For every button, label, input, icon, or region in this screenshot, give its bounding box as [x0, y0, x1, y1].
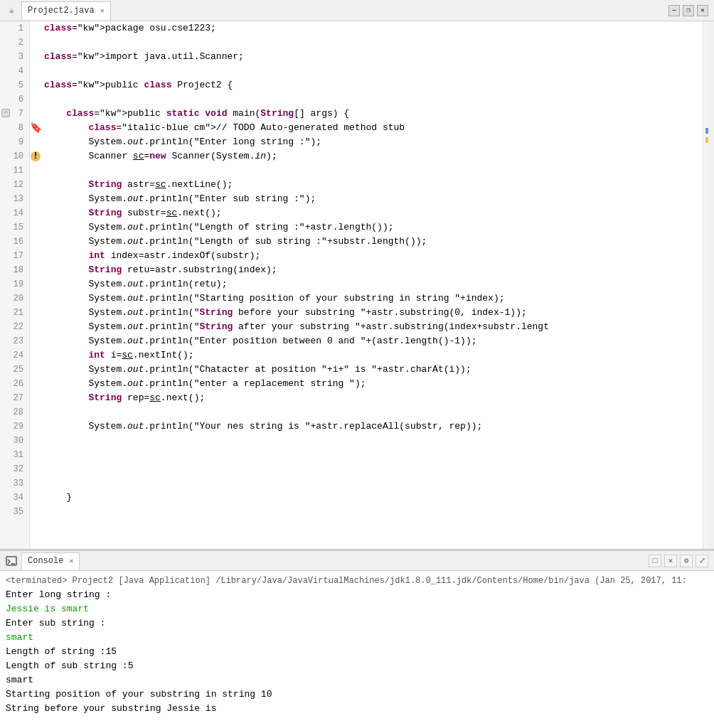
line-number-27: 27 [0, 391, 29, 405]
line-number-29: 29 [0, 419, 29, 434]
console-expand-btn[interactable]: ⤢ [696, 555, 708, 567]
code-line-17: int index=astr.indexOf(substr); [44, 249, 700, 263]
right-gutter [703, 21, 714, 549]
line-number-8: 8 [0, 121, 29, 135]
code-line-25: System.out.println("Chatacter at positio… [44, 363, 700, 377]
line-number-20: 20 [0, 291, 29, 306]
line-number-21: 21 [0, 306, 29, 320]
line-number-14: 14 [0, 206, 29, 220]
code-area[interactable]: class="kw">package osu.cse1223; class="k… [41, 21, 703, 549]
code-line-4 [44, 64, 700, 78]
code-line-31 [44, 448, 700, 462]
code-line-3: class="kw">import java.util.Scanner; [44, 50, 700, 64]
code-line-20: System.out.println("Starting position of… [44, 291, 700, 306]
line-number-16: 16 [0, 235, 29, 249]
console-actions: □ ✕ ⚙ ⤢ [649, 555, 708, 567]
line-number-23: 23 [0, 334, 29, 348]
code-line-22: System.out.println("String after your su… [44, 320, 700, 334]
code-line-7: class="kw">public static void main(Strin… [44, 107, 700, 121]
console-output-line-5: Length of sub string :5 [6, 659, 708, 673]
code-line-29: System.out.println("Your nes string is "… [44, 419, 700, 434]
code-line-34: } [44, 491, 700, 505]
line-number-2: 2 [0, 36, 29, 50]
console-area: Console ✕ □ ✕ ⚙ ⤢ <terminated> Project2 … [0, 550, 714, 728]
console-terminated-line: <terminated> Project2 [Java Application]… [6, 574, 708, 588]
line-number-17: 17 [0, 249, 29, 263]
code-line-16: System.out.println("Length of sub string… [44, 235, 700, 249]
code-line-24: int i=sc.nextInt(); [44, 348, 700, 363]
title-bar: ☕ Project2.java ✕ — ❐ ✕ [0, 0, 714, 21]
console-content: <terminated> Project2 [Java Application]… [0, 571, 714, 728]
code-line-26: System.out.println("enter a replacement … [44, 377, 700, 391]
console-output-line-8: String before your substring Jessie is [6, 702, 708, 716]
line-number-5: 5 [0, 78, 29, 92]
console-tab[interactable]: Console ✕ [21, 552, 80, 569]
code-line-9: System.out.println("Enter long string :"… [44, 135, 700, 149]
code-line-6 [44, 92, 700, 107]
code-line-33 [44, 476, 700, 491]
line-number-34: 34 [0, 491, 29, 505]
tab-close-icon[interactable]: ✕ [100, 6, 105, 15]
line-number-1: 1 [0, 21, 29, 36]
console-terminate-btn[interactable]: ✕ [664, 555, 677, 567]
console-tab-label: Console [28, 556, 63, 566]
line-number-33: 33 [0, 476, 29, 491]
tab-filename: Project2.java [28, 6, 95, 16]
line-number-12: 12 [0, 178, 29, 192]
code-line-8: class="italic-blue cm">// TODO Auto-gene… [44, 121, 700, 135]
line-number-31: 31 [0, 448, 29, 462]
code-line-28 [44, 405, 700, 419]
console-minimize-btn[interactable]: □ [649, 555, 661, 567]
code-line-5: class="kw">public class Project2 { [44, 78, 700, 92]
code-line-1: class="kw">package osu.cse1223; [44, 21, 700, 36]
code-line-27: String rep=sc.next(); [44, 391, 700, 405]
code-line-30 [44, 434, 700, 448]
console-output-line-0: Enter long string : [6, 588, 708, 602]
line-number-26: 26 [0, 377, 29, 391]
warning-icon: ! [31, 151, 41, 161]
line-number-6: 6 [0, 92, 29, 107]
line-number-18: 18 [0, 263, 29, 277]
bookmark-icon: 🔖 [30, 121, 42, 135]
code-line-14: String substr=sc.next(); [44, 206, 700, 220]
editor-tab[interactable]: Project2.java ✕ [21, 1, 111, 20]
code-line-13: System.out.println("Enter sub string :")… [44, 192, 700, 206]
line-number-22: 22 [0, 320, 29, 334]
restore-button[interactable]: ❐ [683, 5, 694, 16]
line-numbers: 123456−789101112131415161718192021222324… [0, 21, 30, 549]
console-output-line-1: Jessie is smart [6, 602, 708, 616]
code-line-19: System.out.println(retu); [44, 277, 700, 291]
code-line-12: String astr=sc.nextLine(); [44, 178, 700, 192]
code-line-32 [44, 462, 700, 476]
console-debug-btn[interactable]: ⚙ [680, 555, 693, 567]
line-number-15: 15 [0, 220, 29, 235]
console-tab-close[interactable]: ✕ [69, 557, 73, 565]
java-file-icon: ☕ [6, 5, 17, 16]
window-controls: — ❐ ✕ [668, 5, 708, 16]
code-line-18: String retu=astr.substring(index); [44, 263, 700, 277]
console-output-line-7: Starting position of your substring in s… [6, 687, 708, 702]
line-number-11: 11 [0, 164, 29, 178]
line-number-9: 9 [0, 135, 29, 149]
line-number-28: 28 [0, 405, 29, 419]
line-number-3: 3 [0, 50, 29, 64]
line-number-25: 25 [0, 363, 29, 377]
code-line-2 [44, 36, 700, 50]
code-line-23: System.out.println("Enter position betwe… [44, 334, 700, 348]
console-output-line-2: Enter sub string : [6, 616, 708, 631]
line-number-13: 13 [0, 192, 29, 206]
code-line-11 [44, 164, 700, 178]
code-line-35 [44, 505, 700, 519]
editor-gutter: 🔖! [30, 21, 41, 549]
console-output-line-3: smart [6, 631, 708, 645]
code-line-21: System.out.println("String before your s… [44, 306, 700, 320]
line-number-4: 4 [0, 64, 29, 78]
line-number-32: 32 [0, 462, 29, 476]
line-number-7: −7 [0, 107, 29, 121]
close-button[interactable]: ✕ [697, 5, 708, 16]
console-output-line-6: smart [6, 673, 708, 687]
console-icon [6, 555, 17, 567]
minimize-button[interactable]: — [668, 5, 680, 16]
line-number-30: 30 [0, 434, 29, 448]
scrollbar[interactable] [708, 21, 714, 549]
